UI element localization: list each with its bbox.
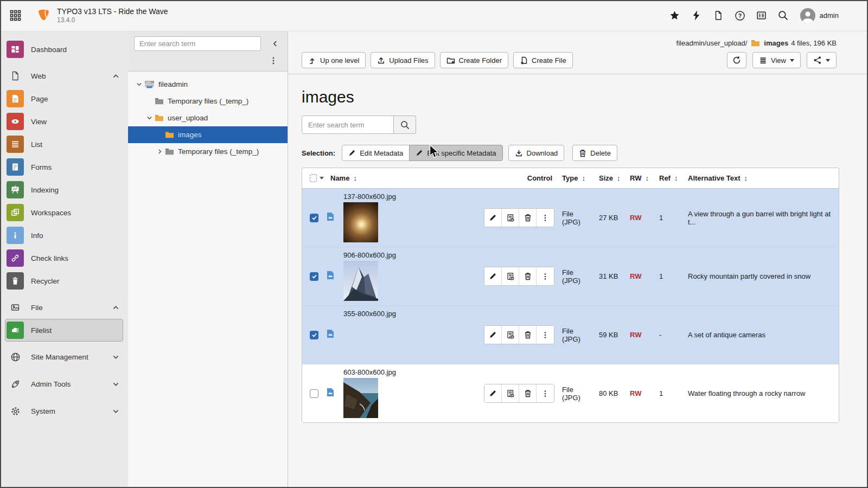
tree-node-fileadmin[interactable]: fileadmin bbox=[128, 76, 288, 93]
sidebar-item-check-links[interactable]: Check links bbox=[0, 247, 128, 269]
caret-down-icon[interactable] bbox=[320, 177, 324, 179]
sort-icon[interactable] bbox=[744, 174, 748, 182]
column-header-alt[interactable]: Alternative Text bbox=[680, 174, 839, 182]
user-menu[interactable]: admin bbox=[800, 8, 839, 23]
row-checkbox[interactable] bbox=[310, 331, 318, 339]
file-references[interactable]: 1 bbox=[652, 389, 680, 397]
column-header-type[interactable]: Type bbox=[554, 174, 591, 182]
sidebar-section-system[interactable]: System bbox=[0, 400, 128, 422]
edit-icon[interactable] bbox=[484, 326, 502, 344]
more-options-kebab-icon[interactable] bbox=[537, 384, 554, 402]
new-record-document-icon[interactable] bbox=[711, 9, 725, 23]
sidebar-item-indexing[interactable]: Indexing bbox=[0, 178, 128, 201]
download-button[interactable]: Download bbox=[508, 145, 565, 161]
file-name[interactable]: 137-800x600.jpg bbox=[343, 192, 474, 201]
tree-node-user-upload[interactable]: user_upload bbox=[128, 110, 288, 126]
row-checkbox[interactable] bbox=[310, 214, 318, 222]
tree-node-images[interactable]: images bbox=[128, 126, 288, 143]
edit-icon[interactable] bbox=[484, 209, 502, 227]
up-one-level-button[interactable]: Up one level bbox=[302, 52, 366, 68]
sidebar-item-dashboard[interactable]: Dashboard bbox=[0, 38, 128, 61]
more-options-kebab-icon[interactable] bbox=[537, 326, 554, 344]
delete-icon[interactable] bbox=[519, 326, 537, 344]
search-icon[interactable] bbox=[776, 9, 790, 23]
selection-actions: Selection: Edit Metadata Edit specific M… bbox=[302, 145, 868, 161]
column-header-size[interactable]: Size bbox=[591, 174, 622, 182]
sidebar-section-file[interactable]: File bbox=[0, 296, 128, 319]
view-mode-button[interactable]: View bbox=[752, 52, 801, 68]
forms-icon bbox=[7, 158, 24, 176]
share-button[interactable] bbox=[807, 52, 837, 68]
sort-icon[interactable] bbox=[617, 174, 621, 182]
sort-icon[interactable] bbox=[645, 174, 649, 182]
filelist-search-button[interactable] bbox=[394, 115, 416, 134]
sidebar-item-page[interactable]: Page bbox=[0, 87, 128, 110]
breadcrumb-path[interactable]: fileadmin/user_upload/ bbox=[676, 39, 748, 47]
edit-metadata-button[interactable]: Edit Metadata bbox=[342, 145, 410, 161]
tree-search-input[interactable] bbox=[134, 36, 261, 51]
tree-node-temp-files[interactable]: Temporary files (_temp_) bbox=[128, 93, 288, 110]
filelist-search-input[interactable] bbox=[302, 115, 394, 134]
view-metadata-icon[interactable] bbox=[502, 267, 519, 285]
file-thumbnail[interactable] bbox=[343, 319, 378, 359]
sort-icon[interactable] bbox=[674, 174, 678, 182]
file-type-icon bbox=[327, 212, 334, 223]
bookmarks-star-icon[interactable] bbox=[668, 9, 682, 23]
sidebar-item-list[interactable]: List bbox=[0, 133, 128, 156]
create-file-button[interactable]: Create File bbox=[513, 52, 573, 68]
folder-icon bbox=[751, 40, 760, 47]
sidebar-item-view[interactable]: View bbox=[0, 110, 128, 133]
column-header-ref[interactable]: Ref bbox=[652, 174, 680, 182]
breadcrumb-current-folder[interactable]: images bbox=[764, 39, 788, 47]
row-checkbox[interactable] bbox=[310, 272, 318, 281]
chevron-down-icon[interactable] bbox=[135, 81, 144, 87]
sidebar-section-admin-tools[interactable]: Admin Tools bbox=[0, 373, 128, 395]
sidebar-item-workspaces[interactable]: Workspaces bbox=[0, 201, 128, 224]
column-header-name[interactable]: Name bbox=[324, 174, 474, 182]
tree-menu-kebab-icon[interactable] bbox=[270, 56, 277, 65]
sidebar-item-recycler[interactable]: Recycler bbox=[0, 269, 128, 292]
clear-cache-bolt-icon[interactable] bbox=[690, 9, 704, 23]
delete-button[interactable]: Delete bbox=[572, 145, 617, 161]
view-metadata-icon[interactable] bbox=[502, 209, 519, 227]
delete-icon[interactable] bbox=[519, 384, 537, 402]
file-name[interactable]: 603-800x600.jpg bbox=[343, 368, 474, 376]
chevron-down-icon[interactable] bbox=[145, 115, 154, 121]
select-all-checkbox[interactable] bbox=[310, 174, 317, 182]
view-metadata-icon[interactable] bbox=[502, 326, 519, 344]
edit-specific-metadata-button[interactable]: Edit specific Metadata bbox=[409, 145, 502, 161]
create-folder-button[interactable]: Create Folder bbox=[440, 52, 508, 68]
sidebar-item-filelist[interactable]: Filelist bbox=[5, 319, 123, 342]
tree-node-temp-files-2[interactable]: Temporary files (_temp_) bbox=[128, 143, 288, 160]
sidebar-section-site-management[interactable]: Site Management bbox=[0, 345, 128, 368]
chevron-right-icon[interactable] bbox=[155, 149, 164, 155]
more-options-kebab-icon[interactable] bbox=[537, 267, 554, 285]
edit-icon[interactable] bbox=[484, 267, 502, 285]
upload-files-button[interactable]: Upload Files bbox=[371, 52, 435, 68]
modules-grid-icon[interactable] bbox=[0, 10, 30, 21]
help-icon[interactable]: ? bbox=[733, 9, 747, 23]
file-name[interactable]: 355-800x600.jpg bbox=[343, 310, 474, 318]
file-thumbnail[interactable] bbox=[343, 202, 378, 242]
edit-icon[interactable] bbox=[484, 384, 502, 402]
collapse-tree-icon[interactable] bbox=[271, 40, 278, 47]
refresh-button[interactable] bbox=[727, 52, 746, 68]
sort-icon[interactable] bbox=[582, 174, 585, 182]
system-information-icon[interactable] bbox=[755, 9, 769, 23]
file-references[interactable]: 1 bbox=[652, 272, 680, 280]
sidebar-section-web[interactable]: Web bbox=[0, 65, 128, 87]
file-table: Name Control Type Size RW Ref Alternativ… bbox=[302, 168, 839, 423]
file-name[interactable]: 906-800x600.jpg bbox=[343, 251, 474, 259]
delete-icon[interactable] bbox=[519, 267, 537, 285]
sidebar-item-info[interactable]: Info bbox=[0, 224, 128, 247]
column-header-rw[interactable]: RW bbox=[622, 174, 652, 182]
sidebar-item-forms[interactable]: Forms bbox=[0, 156, 128, 178]
view-metadata-icon[interactable] bbox=[502, 384, 519, 402]
file-thumbnail[interactable] bbox=[343, 261, 378, 301]
more-options-kebab-icon[interactable] bbox=[537, 209, 554, 227]
file-references[interactable]: 1 bbox=[652, 214, 680, 222]
row-checkbox[interactable] bbox=[310, 389, 318, 398]
file-thumbnail[interactable] bbox=[343, 378, 378, 418]
sort-icon[interactable] bbox=[353, 174, 357, 182]
delete-icon[interactable] bbox=[519, 209, 537, 227]
